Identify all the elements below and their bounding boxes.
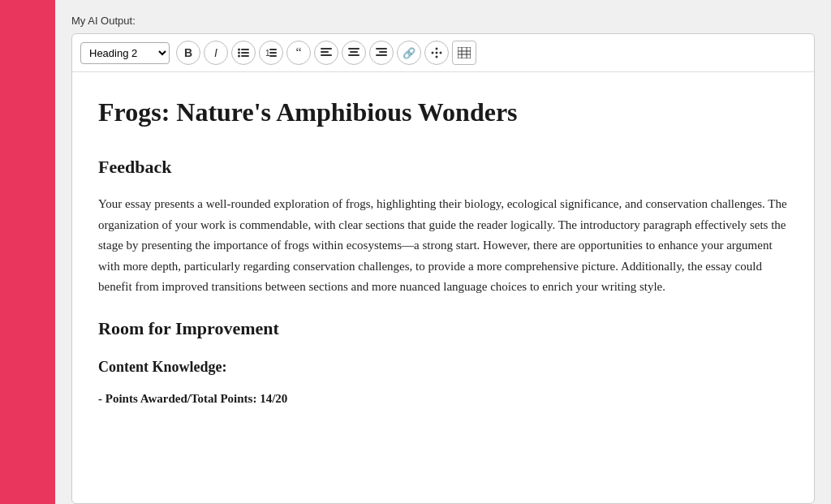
- toolbar: Normal Heading 1 Heading 2 Heading 3 Hea…: [72, 34, 814, 72]
- svg-rect-10: [321, 48, 332, 50]
- link-button[interactable]: 🔗: [397, 41, 421, 65]
- align-right-button[interactable]: [369, 41, 394, 65]
- bold-button[interactable]: B: [176, 41, 200, 65]
- main-area: My AI Output: Normal Heading 1 Heading 2…: [55, 0, 831, 504]
- content-area[interactable]: Frogs: Nature's Amphibious Wonders Feedb…: [72, 72, 814, 503]
- svg-rect-9: [269, 55, 277, 57]
- italic-button[interactable]: I: [204, 41, 228, 65]
- improvement-heading: Room for Improvement: [98, 314, 788, 342]
- content-knowledge-heading: Content Knowledge:: [98, 355, 788, 379]
- svg-rect-11: [321, 51, 329, 53]
- svg-rect-15: [348, 54, 360, 56]
- svg-rect-17: [379, 51, 387, 53]
- editor-container: Normal Heading 1 Heading 2 Heading 3 Hea…: [71, 33, 815, 504]
- feedback-body: Your essay presents a well-rounded explo…: [98, 194, 788, 298]
- svg-rect-18: [376, 54, 387, 56]
- svg-rect-3: [241, 52, 249, 54]
- table-button[interactable]: [452, 41, 476, 65]
- svg-rect-12: [321, 54, 332, 56]
- svg-rect-7: [269, 49, 277, 50]
- svg-rect-14: [350, 51, 358, 53]
- svg-rect-24: [458, 47, 471, 58]
- svg-point-0: [238, 49, 240, 51]
- svg-point-19: [432, 52, 434, 54]
- feedback-heading: Feedback: [98, 153, 788, 181]
- svg-rect-5: [241, 55, 249, 57]
- svg-rect-8: [269, 52, 277, 54]
- align-center-button[interactable]: [342, 41, 366, 65]
- svg-point-22: [436, 48, 438, 50]
- svg-rect-1: [241, 49, 249, 50]
- svg-rect-13: [348, 48, 360, 50]
- ordered-list-button[interactable]: 1.: [259, 41, 283, 65]
- sidebar: [0, 0, 55, 504]
- svg-point-20: [436, 52, 438, 54]
- svg-point-4: [238, 55, 240, 58]
- document-title: Frogs: Nature's Amphibious Wonders: [98, 92, 788, 133]
- svg-rect-16: [376, 48, 387, 50]
- points-line: - Points Awarded/Total Points: 14/20: [98, 389, 788, 408]
- section-label: My AI Output:: [71, 15, 815, 27]
- unordered-list-button[interactable]: [231, 41, 256, 65]
- svg-point-23: [436, 56, 438, 58]
- svg-point-21: [440, 52, 442, 54]
- align-left-button[interactable]: [314, 41, 338, 65]
- heading-select[interactable]: Normal Heading 1 Heading 2 Heading 3 Hea…: [80, 42, 170, 64]
- svg-point-2: [238, 52, 240, 54]
- blockquote-button[interactable]: “: [286, 41, 311, 65]
- more-options-button[interactable]: [424, 41, 449, 65]
